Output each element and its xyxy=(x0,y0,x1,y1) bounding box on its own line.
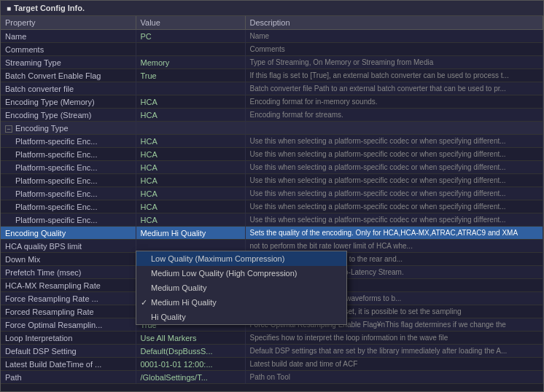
value-cell[interactable] xyxy=(136,43,245,56)
value-cell[interactable]: Medium Hi Quality xyxy=(136,227,245,240)
col-value: Value xyxy=(136,16,245,30)
value-cell[interactable]: Default(DspBussS... xyxy=(136,345,245,358)
table-header-row: Property Value Description xyxy=(1,16,543,30)
description-cell: Use this when selecting a platform-speci… xyxy=(245,135,543,148)
value-cell[interactable] xyxy=(136,122,245,135)
description-cell: Type of Streaming, On Memory or Streamin… xyxy=(245,56,543,69)
table-row[interactable]: Platform-specific Enc...HCAUse this when… xyxy=(1,200,543,213)
dropdown-item-label: Low Quality (Maximum Compression) xyxy=(151,254,284,263)
value-cell[interactable]: HCA xyxy=(136,213,245,227)
description-cell xyxy=(245,122,543,135)
value-cell[interactable]: HCA xyxy=(136,174,245,187)
property-cell: Platform-specific Enc... xyxy=(1,213,136,227)
table-row[interactable]: Loop InterpretationUse All MarkersSpecif… xyxy=(1,332,543,345)
table-row[interactable]: Platform-specific Enc...HCAUse this when… xyxy=(1,187,543,200)
table-row[interactable]: Encoding Type (Stream)HCAEncoding format… xyxy=(1,109,543,122)
dropdown-item-label: Medium Hi Quality xyxy=(151,298,217,307)
property-cell: Platform-specific Enc... xyxy=(1,187,136,200)
property-cell: Encoding Type (Stream) xyxy=(1,109,136,122)
table-row[interactable]: Platform-specific Enc...HCAUse this when… xyxy=(1,148,543,161)
property-cell: Batch converter file xyxy=(1,82,136,95)
property-cell: Loop Interpretation xyxy=(1,332,136,345)
property-cell: Platform-specific Enc... xyxy=(1,200,136,213)
property-cell: Batch Convert Enable Flag xyxy=(1,69,136,82)
value-cell[interactable]: HCA xyxy=(136,95,245,109)
description-cell: Comments xyxy=(245,43,543,56)
property-cell: Platform-specific Enc... xyxy=(1,174,136,187)
description-cell: If this flag is set to [True], an extern… xyxy=(245,69,543,82)
table-row[interactable]: NamePCName xyxy=(1,30,543,43)
col-description: Description xyxy=(245,16,543,30)
value-cell[interactable]: HCA xyxy=(136,135,245,148)
table-row[interactable]: Platform-specific Enc...HCAUse this when… xyxy=(1,135,543,148)
property-cell: Platform-specific Enc... xyxy=(1,135,136,148)
property-cell: Encoding Quality xyxy=(1,227,136,240)
dropdown-item[interactable]: Medium Quality xyxy=(136,281,346,295)
property-cell: Forced Resampling Rate xyxy=(1,305,136,318)
description-cell: Batch converter file Path to an external… xyxy=(245,82,543,95)
dropdown-item-label: Hi Quality xyxy=(151,313,186,321)
table-row[interactable]: Encoding Type (Memory)HCAEncoding format… xyxy=(1,95,543,109)
table-row[interactable]: Default DSP SettingDefault(DspBussS...De… xyxy=(1,345,543,358)
value-cell[interactable]: HCA xyxy=(136,148,245,161)
description-cell: Use this when selecting a platform-speci… xyxy=(245,174,543,187)
table-row[interactable]: Platform-specific Enc...HCAUse this when… xyxy=(1,161,543,174)
value-cell[interactable]: HCA xyxy=(136,187,245,200)
table-row[interactable]: Platform-specific Enc...HCAUse this when… xyxy=(1,174,543,187)
table-row[interactable]: CommentsComments xyxy=(1,43,543,56)
property-cell: HCA-MX Resampling Rate xyxy=(1,279,136,292)
description-cell: Use this when selecting a platform-speci… xyxy=(245,187,543,200)
table-row[interactable]: Batch converter fileBatch converter file… xyxy=(1,82,543,95)
table-row[interactable]: Latest Build DateTime of ...0001-01-01 1… xyxy=(1,358,543,371)
value-cell[interactable] xyxy=(136,82,245,95)
property-cell: Default DSP Setting xyxy=(1,345,136,358)
value-cell[interactable]: Memory xyxy=(136,56,245,69)
table-row[interactable]: Path/GlobalSettings/T...Path on Tool xyxy=(1,371,543,384)
dropdown-item[interactable]: Hi Quality xyxy=(136,310,346,324)
dropdown-item-label: Medium Quality xyxy=(151,283,206,292)
value-cell[interactable]: HCA xyxy=(136,200,245,213)
property-cell: Platform-specific Enc... xyxy=(1,148,136,161)
property-cell: Down Mix xyxy=(1,253,136,266)
property-cell: Latest Build DateTime of ... xyxy=(1,358,136,371)
description-cell: Use this when selecting a platform-speci… xyxy=(245,213,543,227)
group-expander[interactable]: − xyxy=(5,125,12,133)
description-cell: Path on Tool xyxy=(245,371,543,384)
description-cell: Default DSP settings that are set by the… xyxy=(245,345,543,358)
property-cell: Force Optimal Resamplin... xyxy=(1,318,136,332)
description-cell: Latest build date and time of ACF xyxy=(245,358,543,371)
window-icon: ■ xyxy=(7,4,11,12)
value-cell[interactable]: 0001-01-01 12:00:... xyxy=(136,358,245,371)
value-cell[interactable]: HCA xyxy=(136,161,245,174)
description-cell: Encoding format for in-memory sounds. xyxy=(245,95,543,109)
description-cell: Use this when selecting a platform-speci… xyxy=(245,161,543,174)
checkmark-icon: ✓ xyxy=(141,298,147,307)
description-cell: Use this when selecting a platform-speci… xyxy=(245,200,543,213)
description-cell: Specifies how to interpret the loop info… xyxy=(245,332,543,345)
table-container: Property Value Description NamePCNameCom… xyxy=(1,16,543,391)
table-row[interactable]: Streaming TypeMemoryType of Streaming, O… xyxy=(1,56,543,69)
property-cell: −Encoding Type xyxy=(1,122,136,135)
dropdown-item[interactable]: Low Quality (Maximum Compression) xyxy=(136,251,346,266)
table-row[interactable]: Batch Convert Enable FlagTrueIf this fla… xyxy=(1,69,543,82)
table-row[interactable]: −Encoding Type xyxy=(1,122,543,135)
property-cell: Path xyxy=(1,371,136,384)
dropdown-item[interactable]: ✓Medium Hi Quality xyxy=(136,295,346,310)
value-cell[interactable]: True xyxy=(136,69,245,82)
property-cell: Streaming Type xyxy=(1,56,136,69)
value-cell[interactable]: /GlobalSettings/T... xyxy=(136,371,245,384)
property-cell: Encoding Type (Memory) xyxy=(1,95,136,109)
col-property: Property xyxy=(1,16,136,30)
value-cell[interactable]: HCA xyxy=(136,109,245,122)
dropdown-item[interactable]: Medium Low Quality (High Compression) xyxy=(136,266,346,281)
description-cell: Use this when selecting a platform-speci… xyxy=(245,148,543,161)
value-cell[interactable]: PC xyxy=(136,30,245,43)
table-row[interactable]: Platform-specific Enc...HCAUse this when… xyxy=(1,213,543,227)
value-cell[interactable]: Use All Markers xyxy=(136,332,245,345)
description-cell: Name xyxy=(245,30,543,43)
dropdown-item-label: Medium Low Quality (High Compression) xyxy=(151,269,298,278)
title-bar: ■ Target Config Info. xyxy=(1,1,543,16)
window-title: Target Config Info. xyxy=(14,4,85,12)
table-row[interactable]: Encoding QualityMedium Hi QualitySets th… xyxy=(1,227,543,240)
encoding-quality-dropdown[interactable]: Low Quality (Maximum Compression)Medium … xyxy=(136,251,347,325)
